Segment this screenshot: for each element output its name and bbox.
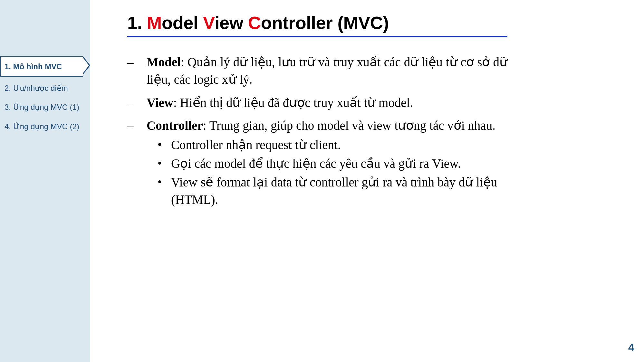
- sidebar: 1. Mô hình MVC 2. Ưu/nhược điểm 3. Ứng d…: [0, 0, 90, 362]
- text-view: : Hiển thị dữ liệu đã được truy xuất từ …: [173, 96, 413, 110]
- term-view: View: [147, 96, 173, 110]
- title-model-rest: odel: [162, 13, 203, 33]
- sub-list: Controller nhận request từ client. Gọi c…: [147, 136, 507, 208]
- title-prefix: 1.: [127, 13, 147, 33]
- definition-list: Model: Quản lý dữ liệu, lưu trữ và truy …: [127, 53, 507, 208]
- title-letter-v: V: [203, 13, 215, 33]
- content-area: 1. Model View Controller (MVC) Model: Qu…: [127, 12, 507, 214]
- page-title: 1. Model View Controller (MVC): [127, 12, 507, 33]
- term-model: Model: [147, 55, 181, 69]
- sidebar-item-ung-dung-mvc-1[interactable]: 3. Ứng dụng MVC (1): [0, 98, 90, 117]
- sidebar-nav: 1. Mô hình MVC 2. Ưu/nhược điểm 3. Ứng d…: [0, 56, 90, 136]
- term-controller: Controller: [147, 119, 203, 132]
- title-letter-m: M: [147, 13, 162, 33]
- sidebar-item-ung-dung-mvc-2[interactable]: 4. Ứng dụng MVC (2): [0, 117, 90, 136]
- sidebar-item-mo-hinh-mvc[interactable]: 1. Mô hình MVC: [0, 56, 83, 77]
- list-item: View: Hiển thị dữ liệu đã được truy xuất…: [127, 94, 507, 111]
- list-item: Model: Quản lý dữ liệu, lưu trữ và truy …: [127, 53, 507, 88]
- page-number: 4: [628, 341, 634, 354]
- list-item: Gọi các model để thực hiện các yêu cầu v…: [156, 155, 507, 172]
- list-item: Controller: Trung gian, giúp cho model v…: [127, 117, 507, 208]
- text-model: : Quản lý dữ liệu, lưu trữ và truy xuất …: [147, 55, 507, 86]
- sidebar-item-uu-nhuoc-diem[interactable]: 2. Ưu/nhược điểm: [0, 79, 90, 98]
- title-view-rest: iew: [215, 13, 248, 33]
- text-controller: : Trung gian, giúp cho model và view tươ…: [203, 119, 495, 132]
- title-letter-c: C: [248, 13, 261, 33]
- title-underline: [127, 36, 507, 37]
- slide: 1. Mô hình MVC 2. Ưu/nhược điểm 3. Ứng d…: [0, 0, 644, 362]
- body-text: Model: Quản lý dữ liệu, lưu trữ và truy …: [127, 53, 507, 208]
- list-item: View sẽ format lại data từ controller gử…: [156, 174, 507, 208]
- list-item: Controller nhận request từ client.: [156, 136, 507, 154]
- title-controller-rest: ontroller (MVC): [261, 13, 389, 33]
